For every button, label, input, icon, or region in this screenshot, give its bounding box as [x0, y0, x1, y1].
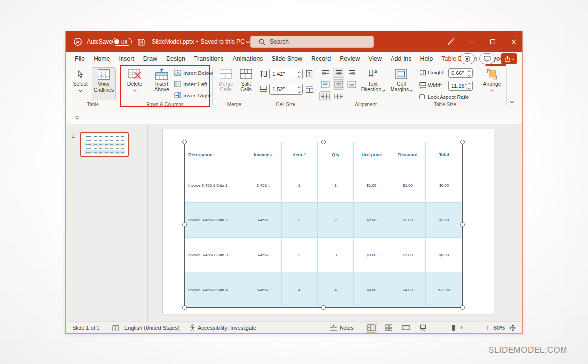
- column-width-input[interactable]: 1.52": [270, 84, 303, 95]
- table-rtl-button[interactable]: [319, 91, 331, 101]
- table-cell[interactable]: $2.00: [354, 203, 390, 238]
- align-left-button[interactable]: [319, 68, 331, 78]
- tab-slide-show[interactable]: Slide Show: [267, 52, 307, 66]
- table-width-input[interactable]: 11.16": [448, 81, 473, 91]
- table-cell[interactable]: $6.00: [426, 238, 462, 272]
- tab-view[interactable]: View: [364, 52, 386, 66]
- proofing-icon[interactable]: [112, 322, 119, 334]
- slide-indicator[interactable]: Slide 1 of 1: [73, 322, 99, 334]
- distribute-rows-icon[interactable]: [306, 70, 313, 78]
- fit-to-window-button[interactable]: [507, 323, 518, 333]
- spin-down-button[interactable]: [466, 73, 472, 77]
- spin-up-button[interactable]: [296, 84, 302, 89]
- row-height-input[interactable]: 1.42": [270, 69, 303, 79]
- reading-view-button[interactable]: [400, 323, 412, 333]
- collapse-ribbon-icon[interactable]: [74, 116, 80, 120]
- tab-animations[interactable]: Animations: [228, 52, 268, 66]
- table-cell[interactable]: $3.00: [354, 238, 390, 272]
- table-cell[interactable]: 3: [318, 238, 354, 272]
- insert-right-button[interactable]: Insert Right: [174, 91, 211, 99]
- slide-canvas[interactable]: DescriptionInvoice #Item #QtyUnit priceD…: [162, 129, 494, 314]
- view-gridlines-button[interactable]: View Gridlines: [92, 67, 116, 100]
- table-cell[interactable]: Invoice 3-456-1 Data 4: [185, 272, 245, 307]
- search-input[interactable]: Search: [250, 36, 374, 48]
- notes-button[interactable]: Notes: [330, 322, 354, 334]
- table-resize-handle[interactable]: [460, 140, 465, 144]
- table-height-input[interactable]: 6.66": [448, 68, 473, 78]
- align-center-button[interactable]: [333, 68, 344, 78]
- zoom-slider-track[interactable]: [440, 328, 483, 328]
- language-indicator[interactable]: English (United States): [124, 322, 180, 334]
- close-button[interactable]: [507, 36, 520, 48]
- table-cell[interactable]: $4.00: [390, 272, 426, 307]
- align-bottom-button[interactable]: [346, 79, 358, 90]
- table-cell[interactable]: 3-456-1: [245, 238, 282, 272]
- distribute-columns-icon[interactable]: [305, 86, 314, 93]
- share-button[interactable]: [501, 53, 517, 64]
- minimize-button[interactable]: [465, 36, 478, 48]
- tab-transitions[interactable]: Transitions: [190, 52, 228, 66]
- lock-aspect-ratio-checkbox[interactable]: [419, 94, 425, 99]
- tab-record[interactable]: Record: [307, 52, 335, 66]
- insert-above-button[interactable]: Insert Above: [151, 67, 172, 100]
- spin-down-button[interactable]: [296, 74, 302, 79]
- panel-divider[interactable]: [147, 124, 148, 322]
- slide-sorter-button[interactable]: [383, 323, 394, 333]
- table-header-cell[interactable]: Description: [185, 142, 245, 168]
- table-resize-handle[interactable]: [460, 222, 465, 227]
- tab-add-ins[interactable]: Add-ins: [386, 52, 416, 66]
- table-resize-handle[interactable]: [182, 305, 187, 310]
- save-button[interactable]: [134, 36, 148, 48]
- spin-up-button[interactable]: [296, 69, 302, 74]
- table-resize-handle[interactable]: [321, 140, 326, 144]
- table-cell[interactable]: 4: [318, 272, 354, 307]
- ribbon-overflow-chevron-icon[interactable]: [511, 96, 513, 105]
- select-button[interactable]: Select: [71, 67, 90, 100]
- zoom-level[interactable]: 60%: [494, 322, 505, 334]
- align-right-button[interactable]: [346, 68, 358, 78]
- table-cell[interactable]: 2: [318, 203, 354, 238]
- text-direction-button[interactable]: A Text Direction: [360, 67, 386, 100]
- insert-left-button[interactable]: Insert Left: [174, 80, 207, 88]
- slideshow-button[interactable]: [417, 323, 429, 333]
- arrange-button[interactable]: Arrange: [480, 67, 504, 100]
- document-title[interactable]: SlideModel.pptx • Saved to this PC: [152, 38, 249, 45]
- delete-button[interactable]: Delete: [124, 67, 145, 100]
- table-cell[interactable]: $1.00: [354, 168, 390, 203]
- table-cell[interactable]: Invoice 3-456-1 Data 1: [185, 168, 245, 203]
- tab-draw[interactable]: Draw: [139, 52, 162, 66]
- spin-up-button[interactable]: [466, 69, 472, 73]
- accessibility-status[interactable]: Accessibility: Investigate: [189, 322, 256, 334]
- table-cell[interactable]: 3: [282, 238, 318, 272]
- table-header-cell[interactable]: Invoice #: [245, 142, 282, 168]
- table-resize-handle[interactable]: [321, 305, 326, 310]
- maximize-button[interactable]: [486, 36, 500, 48]
- table-header-cell[interactable]: Discount: [390, 142, 426, 168]
- table-resize-handle[interactable]: [182, 222, 187, 227]
- comments-button[interactable]: [479, 53, 495, 64]
- zoom-slider-thumb[interactable]: [452, 325, 455, 331]
- table-resize-handle[interactable]: [460, 305, 465, 310]
- record-button[interactable]: [460, 53, 475, 64]
- cell-margins-button[interactable]: Cell Margins: [388, 67, 415, 100]
- pen-tools-button[interactable]: [444, 36, 458, 48]
- table-cell[interactable]: 2: [282, 203, 318, 238]
- table-cell[interactable]: $3.00: [390, 238, 426, 272]
- slide-table[interactable]: DescriptionInvoice #Item #QtyUnit priceD…: [185, 142, 462, 307]
- table-cell[interactable]: $1.00: [390, 168, 426, 203]
- split-cells-button[interactable]: Split Cells: [237, 67, 255, 100]
- merge-cells-button[interactable]: Merge Cells: [216, 67, 236, 100]
- table-header-cell[interactable]: Unit price: [354, 142, 390, 168]
- table-cell[interactable]: $2.00: [426, 203, 462, 238]
- tab-review[interactable]: Review: [335, 52, 364, 66]
- zoom-out-button[interactable]: −: [432, 322, 436, 334]
- zoom-in-button[interactable]: +: [486, 322, 490, 334]
- normal-view-button[interactable]: [366, 323, 377, 333]
- spin-up-button[interactable]: [467, 81, 472, 86]
- table-cell[interactable]: Invoice 3-456-1 Data 3: [185, 238, 245, 272]
- table-cell[interactable]: Invoice 3-456-1 Data 2: [185, 203, 245, 238]
- align-top-button[interactable]: [319, 79, 331, 90]
- slide-thumbnail[interactable]: [80, 132, 129, 157]
- autosave-toggle[interactable]: Off: [112, 38, 132, 46]
- tab-help[interactable]: Help: [416, 52, 437, 66]
